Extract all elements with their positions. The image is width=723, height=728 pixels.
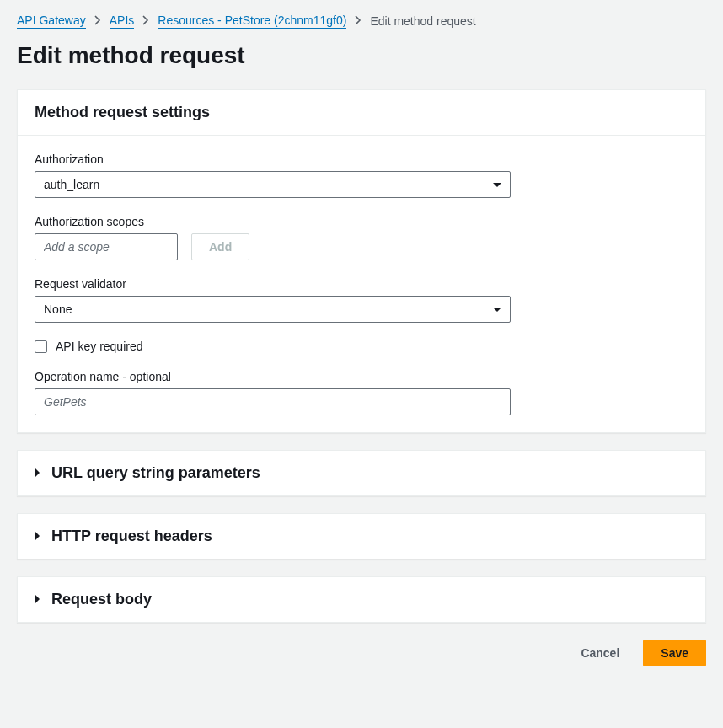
operation-label: Operation name - optional (35, 370, 688, 383)
panel-title: Method request settings (35, 104, 688, 121)
add-scope-button[interactable]: Add (191, 233, 249, 260)
cancel-button[interactable]: Cancel (564, 640, 636, 666)
method-request-settings-panel: Method request settings Authorization au… (17, 89, 706, 433)
save-button[interactable]: Save (643, 640, 706, 666)
validator-select[interactable]: None (35, 296, 511, 323)
http-headers-title: HTTP request headers (51, 527, 212, 545)
chevron-right-icon (355, 14, 362, 28)
breadcrumb-current: Edit method request (370, 14, 475, 28)
breadcrumb-link-resources[interactable]: Resources - PetStore (2chnm11gf0) (158, 13, 346, 29)
breadcrumb-link-apis[interactable]: APIs (110, 13, 135, 29)
request-body-section[interactable]: Request body (17, 576, 706, 623)
page-title: Edit method request (17, 42, 706, 69)
validator-label: Request validator (35, 277, 688, 291)
authorization-label: Authorization (35, 153, 688, 166)
authorization-value: auth_learn (44, 178, 99, 191)
api-key-checkbox[interactable] (35, 340, 47, 353)
authorization-select[interactable]: auth_learn (35, 171, 511, 198)
api-key-label: API key required (56, 340, 143, 353)
url-query-title: URL query string parameters (51, 464, 260, 482)
scopes-label: Authorization scopes (35, 215, 688, 228)
request-body-title: Request body (51, 591, 152, 608)
operation-name-input[interactable] (35, 388, 511, 415)
form-actions: Cancel Save (17, 640, 706, 666)
url-query-section[interactable]: URL query string parameters (17, 450, 706, 496)
chevron-right-icon (94, 14, 101, 28)
caret-right-icon (35, 467, 41, 480)
breadcrumb: API Gateway APIs Resources - PetStore (2… (17, 13, 706, 29)
http-headers-section[interactable]: HTTP request headers (17, 513, 706, 559)
caret-right-icon (35, 530, 41, 543)
chevron-right-icon (142, 14, 149, 28)
breadcrumb-link-api-gateway[interactable]: API Gateway (17, 13, 86, 29)
scope-input[interactable] (35, 233, 178, 260)
validator-value: None (44, 302, 72, 316)
panel-header: Method request settings (18, 90, 705, 136)
caret-right-icon (35, 593, 41, 607)
